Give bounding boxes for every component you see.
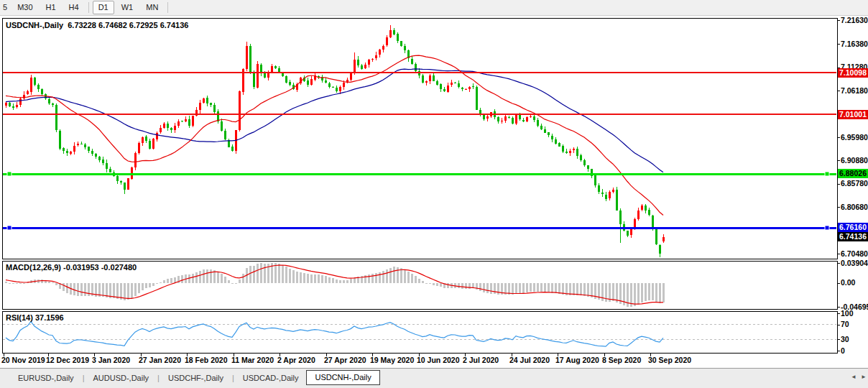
tab-scroll-left-button[interactable]: ◄ xyxy=(851,374,857,380)
chart-tab-audusd-daily[interactable]: AUDUSD-,Daily xyxy=(85,371,157,385)
main-price-panel xyxy=(3,19,838,259)
chart-tab-bar: EURUSD-,Daily|AUDUSD-,Daily|USDCHF-,Dail… xyxy=(0,368,868,388)
trading-platform-window: { "toolbar": { "timeframe_buttons": ["5"… xyxy=(0,0,868,388)
tab-separator: | xyxy=(83,374,85,382)
rsi-panel xyxy=(3,312,838,354)
tab-scroll-right-button[interactable]: ► xyxy=(861,374,867,380)
horizontal-price-line[interactable] xyxy=(3,114,836,115)
chart-tab-eurusd-daily[interactable]: EURUSD-,Daily xyxy=(10,371,82,385)
line-handle[interactable] xyxy=(825,226,829,230)
line-handle[interactable] xyxy=(7,226,11,230)
chart-tab-usdcad-daily[interactable]: USDCAD-,Daily xyxy=(235,371,307,385)
tab-separator: | xyxy=(232,374,234,382)
horizontal-price-line[interactable] xyxy=(3,227,836,229)
horizontal-price-line[interactable] xyxy=(3,72,836,73)
line-handle[interactable] xyxy=(825,172,829,176)
horizontal-price-line[interactable] xyxy=(3,173,836,175)
tab-separator: | xyxy=(157,374,160,382)
line-handle[interactable] xyxy=(7,172,11,176)
chart-tab-usdcnh-daily[interactable]: USDCNH-,Daily xyxy=(306,370,379,385)
chart-canvas[interactable] xyxy=(0,0,868,388)
chart-tab-usdchf-daily[interactable]: USDCHF-,Daily xyxy=(160,371,231,385)
